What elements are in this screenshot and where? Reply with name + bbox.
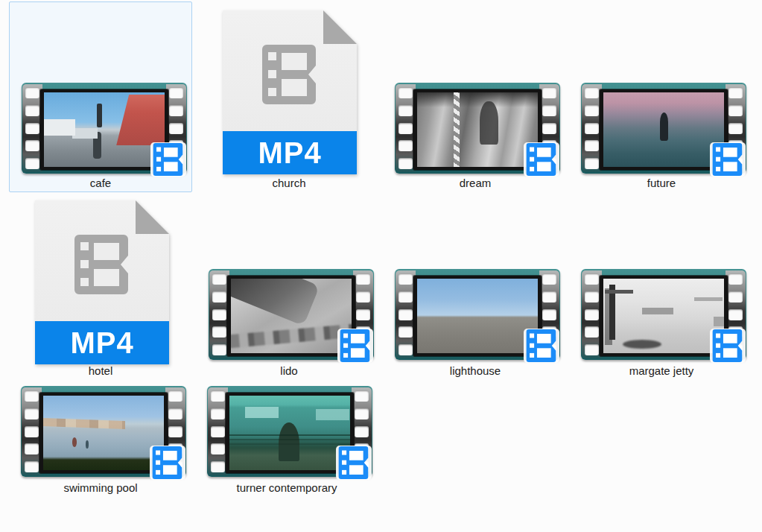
sprocket-hole [585, 344, 599, 355]
video-overlay-icon [336, 446, 372, 480]
sprocket-hole [211, 408, 225, 419]
file-item-cafe[interactable]: cafe [9, 1, 192, 192]
sprocket-hole [399, 158, 413, 169]
sprocket-hole [585, 123, 599, 134]
sprocket-hole [355, 426, 369, 437]
file-label: margate jetty [571, 364, 752, 377]
sprocket-hole [399, 87, 413, 98]
filmstrip-edge-left [396, 270, 416, 358]
sprocket-hole [168, 390, 182, 402]
sprocket-hole [542, 273, 556, 285]
file-item-turner-contemporary[interactable]: turner contemporary [195, 381, 378, 495]
sprocket-hole [399, 140, 413, 151]
filmstrip-edge-left [396, 84, 416, 172]
file-item-margate-jetty[interactable]: margate jetty [570, 195, 753, 380]
sprocket-hole [355, 390, 369, 402]
document-page: MP4 [223, 10, 357, 174]
sprocket-hole [211, 426, 225, 437]
sprocket-hole [399, 344, 413, 355]
video-preview-frame [39, 393, 168, 473]
folded-corner-icon [136, 200, 169, 234]
video-overlay-icon [710, 329, 746, 363]
video-thumbnail-icon [581, 269, 746, 360]
video-preview-frame [413, 276, 542, 356]
video-preview-frame [226, 393, 354, 473]
sprocket-hole [542, 123, 556, 134]
sprocket-hole [399, 273, 413, 285]
sprocket-hole [728, 309, 743, 320]
sprocket-hole [728, 273, 743, 285]
video-overlay-icon [524, 329, 559, 363]
sprocket-hole [25, 123, 39, 134]
sprocket-hole [399, 309, 413, 320]
mp4-document-icon: MP4 [223, 10, 357, 174]
sprocket-hole [585, 273, 599, 285]
file-item-church[interactable]: MP4church [197, 1, 381, 192]
filmstrip-edge-left [582, 270, 602, 358]
sprocket-hole [168, 408, 182, 419]
video-preview-image [231, 279, 352, 353]
scene-figure [279, 422, 299, 461]
scene-figure [623, 340, 661, 349]
file-item-lighthouse[interactable]: lighthouse [384, 195, 567, 380]
video-preview-frame [227, 276, 355, 356]
sprocket-hole [25, 443, 39, 455]
mp4-label: MP4 [70, 326, 133, 360]
video-thumbnail-icon [21, 386, 186, 477]
video-thumbnail-icon [581, 83, 746, 174]
file-item-dream[interactable]: dream [384, 1, 567, 192]
file-label: future [571, 177, 752, 189]
sprocket-hole [169, 123, 183, 134]
scene-figure [97, 104, 101, 127]
sprocket-hole [169, 87, 183, 98]
sprocket-hole [212, 326, 226, 338]
file-label: turner contemporary [196, 481, 378, 494]
video-preview-frame [600, 89, 728, 170]
scene-figure [660, 113, 668, 141]
sprocket-hole [728, 87, 743, 98]
folded-corner-icon [323, 10, 357, 44]
sprocket-hole [356, 309, 370, 320]
file-grid: cafeMP4churchdreamfutureMP4hotellidoligh… [0, 0, 762, 532]
filmstrip-edge-left [22, 387, 42, 475]
filmstrip-edge-left [209, 270, 229, 358]
sprocket-hole [212, 291, 226, 303]
sprocket-hole [212, 344, 226, 355]
sprocket-hole [585, 87, 599, 98]
sprocket-hole [399, 291, 413, 303]
filmstrip-edge-left [208, 387, 228, 475]
document-page: MP4 [35, 200, 169, 364]
mp4-type-badge: MP4 [35, 321, 169, 364]
filmstrip-glyph-icon [261, 45, 318, 104]
file-item-hotel[interactable]: MP4hotel [9, 195, 192, 380]
filmstrip-glyph-icon [74, 235, 130, 294]
video-overlay-icon [710, 142, 746, 177]
video-preview-image [229, 396, 350, 470]
file-item-swimming-pool[interactable]: swimming pool [9, 381, 192, 495]
video-overlay-icon [524, 142, 559, 177]
video-preview-image [603, 279, 724, 353]
file-item-lido[interactable]: lido [197, 195, 381, 380]
sprocket-hole [542, 105, 556, 116]
file-item-future[interactable]: future [570, 1, 753, 192]
sprocket-hole [728, 123, 743, 134]
sprocket-hole [25, 140, 39, 151]
file-label: swimming pool [10, 481, 191, 494]
sprocket-hole [25, 390, 39, 402]
file-label: lido [198, 364, 380, 377]
video-preview-frame [413, 89, 542, 170]
video-thumbnail-icon [209, 269, 374, 360]
video-preview-frame [40, 89, 168, 170]
sprocket-hole [728, 291, 743, 303]
sprocket-hole [211, 443, 225, 455]
video-preview-image [43, 396, 164, 470]
sprocket-hole [169, 105, 183, 116]
sprocket-hole [542, 87, 556, 98]
sprocket-hole [25, 105, 39, 116]
video-preview-image [417, 279, 538, 353]
sprocket-hole [585, 140, 599, 151]
sprocket-hole [585, 158, 599, 169]
sprocket-hole [211, 461, 225, 472]
file-label: dream [384, 177, 566, 189]
sprocket-hole [168, 426, 182, 437]
